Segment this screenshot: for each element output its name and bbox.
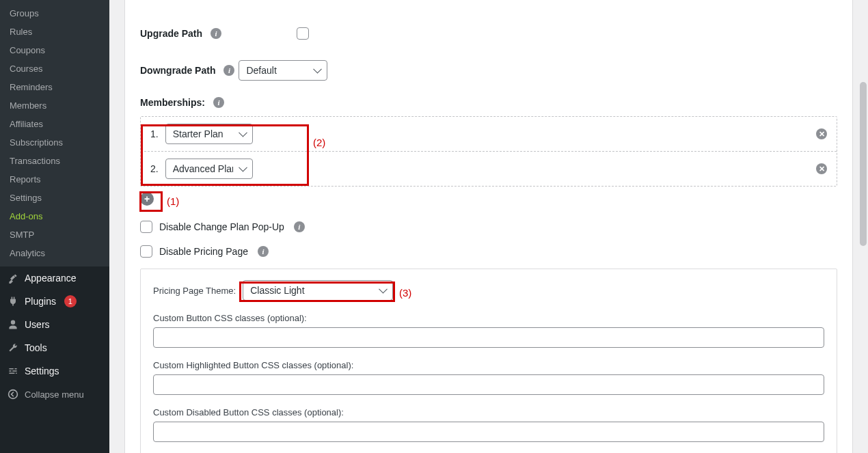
sidebar-label: Appearance [25,273,77,284]
sidebar-label: Users [25,319,50,330]
brush-icon [7,272,19,284]
collapse-menu-button[interactable]: Collapse menu [0,383,109,406]
membership-select[interactable]: Advanced Plan [165,159,253,179]
sidebar-item-coupons[interactable]: Coupons [0,41,109,59]
plus-icon: + [144,193,150,204]
info-icon[interactable]: i [211,28,221,39]
sidebar-item-appearance[interactable]: Appearance [0,266,109,290]
memberships-header-row: Memberships: i [125,81,852,108]
sidebar-item-settings[interactable]: Settings [0,189,109,207]
sidebar-item-courses[interactable]: Courses [0,59,109,78]
sidebar-submenu: Groups Rules Coupons Courses Reminders M… [0,0,109,266]
settings-panel: Upgrade Path i Downgrade Path i Default … [124,0,853,453]
sidebar-item-reports[interactable]: Reports [0,170,109,189]
sidebar-item-members[interactable]: Members [0,96,109,115]
custom-button-css-row: Custom Button CSS classes (optional): [153,313,824,348]
plug-icon [7,295,19,307]
close-icon: ✕ [819,165,825,174]
memberships-label: Memberships: [140,97,205,108]
downgrade-path-row: Downgrade Path i Default [125,40,852,81]
custom-highlighted-button-css-label: Custom Highlighted Button CSS classes (o… [153,360,824,370]
sidebar-item-addons[interactable]: Add-ons [0,207,109,225]
membership-row[interactable]: 1. Starter Plan ✕ [141,117,837,152]
svg-point-0 [9,390,18,399]
downgrade-path-select[interactable]: Default [239,60,327,81]
membership-select-wrap: Starter Plan [165,124,253,144]
info-icon[interactable]: i [294,221,305,232]
close-icon: ✕ [819,130,825,139]
sidebar-label: Plugins [25,296,56,307]
membership-select[interactable]: Starter Plan [165,124,253,144]
disable-pricing-row: Disable Pricing Page i [140,245,837,258]
add-membership-button[interactable]: + [140,192,154,206]
membership-row[interactable]: 2. Advanced Plan ✕ [141,152,837,186]
sidebar-main-menu: Appearance Plugins 1 Users Tools Setti [0,266,109,383]
disable-popup-checkbox[interactable] [140,221,152,233]
info-icon[interactable]: i [258,246,269,257]
update-badge: 1 [64,295,77,307]
sidebar-item-plugins[interactable]: Plugins 1 [0,290,109,313]
upgrade-path-row: Upgrade Path i [125,19,852,40]
downgrade-path-label: Downgrade Path [140,65,215,76]
custom-button-css-input[interactable] [153,327,824,348]
custom-highlighted-button-css-input[interactable] [153,374,824,395]
sidebar-label: Tools [25,342,47,353]
wrench-icon [7,342,19,354]
content-area: Upgrade Path i Downgrade Path i Default … [109,0,868,453]
sidebar-item-tools[interactable]: Tools [0,336,109,359]
upgrade-path-checkbox[interactable] [297,27,309,40]
sidebar-item-reminders[interactable]: Reminders [0,78,109,96]
membership-number: 2. [150,163,159,174]
sidebar-item-smtp[interactable]: SMTP [0,225,109,244]
downgrade-path-select-wrap: Default [239,60,327,81]
sidebar-item-transactions[interactable]: Transactions [0,152,109,170]
sidebar-label: Settings [25,366,59,376]
sidebar-item-analytics[interactable]: Analytics [0,244,109,262]
pricing-theme-select-wrap: Classic Light [243,280,393,301]
collapse-icon [7,388,19,400]
disable-popup-label: Disable Change Plan Pop-Up [159,221,284,232]
add-membership-row: + [140,192,837,206]
sidebar-item-main-settings[interactable]: Settings [0,359,109,383]
sidebar-item-users[interactable]: Users [0,313,109,336]
sidebar-item-affiliates[interactable]: Affiliates [0,115,109,133]
sidebar-item-subscriptions[interactable]: Subscriptions [0,133,109,152]
vertical-scrollbar[interactable] [858,0,868,453]
sidebar-item-groups[interactable]: Groups [0,4,109,23]
upgrade-path-label: Upgrade Path [140,28,202,39]
custom-disabled-button-css-input[interactable] [153,422,824,442]
scrollbar-thumb[interactable] [860,82,867,246]
disable-popup-row: Disable Change Plan Pop-Up i [140,221,837,233]
custom-disabled-button-css-row: Custom Disabled Button CSS classes (opti… [153,407,824,442]
collapse-label: Collapse menu [25,389,84,400]
custom-button-css-label: Custom Button CSS classes (optional): [153,313,824,323]
sidebar-item-rules[interactable]: Rules [0,23,109,41]
custom-disabled-button-css-label: Custom Disabled Button CSS classes (opti… [153,407,824,417]
pricing-theme-label: Pricing Page Theme: [153,286,236,296]
disable-pricing-checkbox[interactable] [140,245,152,258]
custom-highlighted-button-css-row: Custom Highlighted Button CSS classes (o… [153,360,824,395]
user-icon [7,318,19,331]
membership-select-wrap: Advanced Plan [165,159,253,179]
memberships-list: 1. Starter Plan ✕ 2. Advanced Plan [140,116,837,187]
info-icon[interactable]: i [223,65,234,76]
delete-membership-button[interactable]: ✕ [816,163,827,174]
sliders-icon [7,365,19,377]
membership-number: 1. [150,128,159,139]
pricing-page-box: Pricing Page Theme: Classic Light Custom… [140,269,837,453]
info-icon[interactable]: i [213,97,224,108]
disable-pricing-label: Disable Pricing Page [159,246,248,257]
pricing-theme-row: Pricing Page Theme: Classic Light [153,280,824,301]
delete-membership-button[interactable]: ✕ [816,128,827,139]
pricing-theme-select[interactable]: Classic Light [243,280,393,301]
admin-sidebar: Groups Rules Coupons Courses Reminders M… [0,0,109,453]
